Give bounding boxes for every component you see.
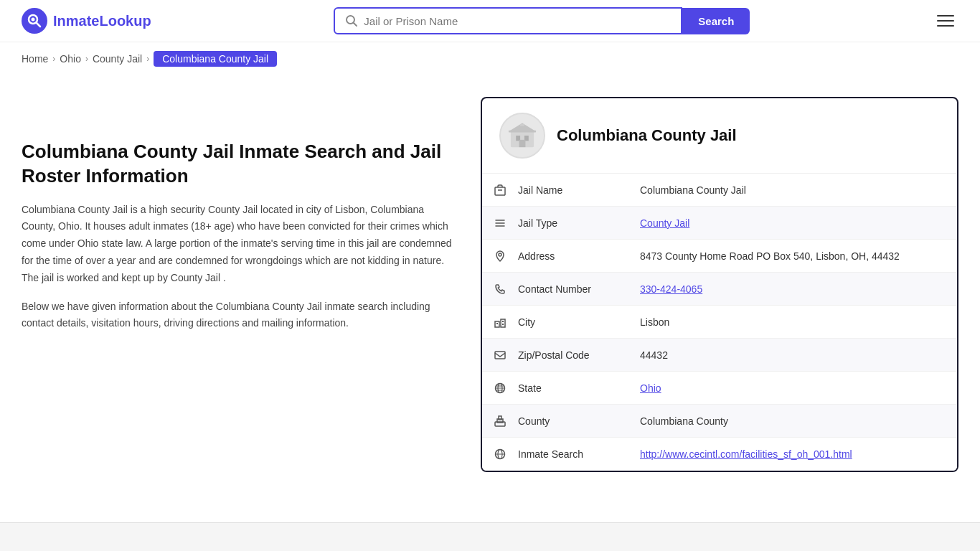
jail-type-link[interactable]: County Jail [640, 217, 689, 229]
svg-rect-12 [495, 187, 505, 195]
svg-point-17 [499, 253, 501, 256]
chevron-icon-2: › [85, 54, 88, 64]
value-contact: 330-424-4065 [640, 276, 957, 302]
logo-icon [22, 8, 47, 34]
search-input-wrapper [334, 7, 682, 34]
main-content: Columbiana County Jail Inmate Search and… [0, 75, 980, 494]
value-zip: 44432 [640, 342, 957, 368]
value-jail-name: Columbiana County Jail [640, 177, 957, 203]
table-row: State Ohio [482, 372, 957, 405]
value-county: Columbiana County [640, 408, 957, 434]
value-state: Ohio [640, 375, 957, 401]
inmate-search-link[interactable]: http://www.cecintl.com/facilities_sf_oh_… [640, 448, 852, 460]
svg-rect-19 [501, 319, 505, 327]
value-city: Lisbon [640, 309, 957, 335]
search-button[interactable]: Search [682, 8, 750, 34]
table-row: Inmate Search http://www.cecintl.com/fac… [482, 438, 957, 471]
table-row: County Columbiana County [482, 405, 957, 438]
table-row: Jail Type County Jail [482, 207, 957, 240]
table-row: City Lisbon [482, 306, 957, 339]
site-header: InmateLookup Search [0, 0, 980, 42]
svg-rect-11 [509, 131, 536, 133]
contact-link[interactable]: 330-424-4065 [640, 283, 702, 295]
page-description-1: Columbiana County Jail is a high securit… [22, 202, 452, 287]
svg-point-2 [32, 18, 35, 22]
hamburger-menu[interactable] [933, 11, 958, 31]
logo-link[interactable]: InmateLookup [22, 8, 151, 34]
label-contact: Contact Number [518, 276, 640, 302]
info-table: Jail Name Columbiana County Jail Jail Ty… [482, 174, 957, 471]
phone-icon [482, 283, 518, 296]
svg-rect-22 [502, 324, 504, 325]
card-title: Columbiana County Jail [557, 126, 737, 145]
city-icon [482, 316, 518, 329]
page-title: Columbiana County Jail Inmate Search and… [22, 140, 452, 189]
table-row: Contact Number 330-424-4065 [482, 273, 957, 306]
label-county: County [518, 408, 640, 434]
table-row: Zip/Postal Code 44432 [482, 339, 957, 372]
footer [0, 522, 980, 551]
table-row: Jail Name Columbiana County Jail [482, 174, 957, 207]
label-state: State [518, 375, 640, 401]
svg-rect-10 [520, 124, 524, 126]
label-jail-type: Jail Type [518, 210, 640, 236]
svg-rect-31 [499, 416, 501, 420]
table-row: Address 8473 County Home Road PO Box 540… [482, 240, 957, 273]
value-inmate-search: http://www.cecintl.com/facilities_sf_oh_… [640, 441, 957, 467]
svg-rect-20 [496, 323, 498, 324]
breadcrumb-ohio[interactable]: Ohio [60, 53, 81, 65]
search-globe-icon [482, 448, 518, 461]
hamburger-line-2 [937, 20, 954, 22]
svg-rect-8 [519, 140, 526, 147]
jail-icon [482, 184, 518, 197]
value-jail-type: County Jail [640, 210, 957, 236]
globe-icon [482, 382, 518, 395]
label-zip: Zip/Postal Code [518, 342, 640, 368]
label-city: City [518, 309, 640, 335]
label-address: Address [518, 243, 640, 269]
state-link[interactable]: Ohio [640, 382, 661, 394]
location-icon [482, 250, 518, 263]
breadcrumb-active: Columbiana County Jail [154, 51, 277, 67]
info-card: Columbiana County Jail Jail Name Columbi… [481, 97, 958, 472]
chevron-icon-3: › [146, 54, 149, 64]
svg-rect-21 [502, 321, 504, 322]
label-jail-name: Jail Name [518, 177, 640, 203]
search-icon [345, 14, 358, 27]
breadcrumb: Home › Ohio › County Jail › Columbiana C… [0, 42, 980, 75]
search-input[interactable] [364, 15, 671, 27]
svg-line-4 [354, 23, 357, 27]
facility-avatar [499, 113, 545, 159]
svg-rect-23 [495, 352, 505, 359]
card-header: Columbiana County Jail [482, 98, 957, 174]
hamburger-line-1 [937, 15, 954, 17]
svg-line-1 [37, 23, 41, 27]
mail-icon [482, 349, 518, 362]
value-address: 8473 County Home Road PO Box 540, Lisbon… [640, 243, 957, 269]
chevron-icon-1: › [52, 54, 55, 64]
left-column: Columbiana County Jail Inmate Search and… [22, 97, 481, 472]
breadcrumb-county-jail[interactable]: County Jail [93, 53, 142, 65]
right-column: Columbiana County Jail Jail Name Columbi… [481, 97, 958, 472]
breadcrumb-home[interactable]: Home [22, 53, 48, 65]
county-icon [482, 415, 518, 428]
hamburger-line-3 [937, 25, 954, 27]
label-inmate-search: Inmate Search [518, 441, 640, 467]
logo-text: InmateLookup [53, 13, 151, 29]
page-description-2: Below we have given information about th… [22, 298, 452, 333]
search-bar: Search [334, 7, 750, 34]
list-icon [482, 217, 518, 230]
